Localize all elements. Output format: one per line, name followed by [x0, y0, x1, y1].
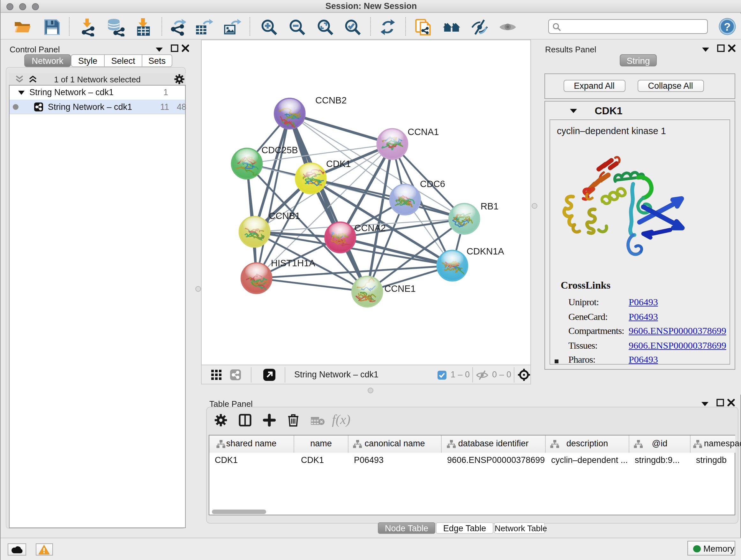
svg-text:CDKN1A: CDKN1A [467, 246, 504, 256]
svg-text:CCNE1: CCNE1 [384, 284, 415, 294]
svg-text:CCNA1: CCNA1 [408, 127, 439, 137]
svg-text:HIST1H1A: HIST1H1A [271, 258, 315, 268]
svg-text:CCNB1: CCNB1 [269, 211, 300, 221]
svg-text:CCNA2: CCNA2 [354, 223, 386, 233]
svg-text:RB1: RB1 [481, 201, 498, 211]
svg-text:CCNB2: CCNB2 [315, 95, 347, 105]
svg-text:CDC6: CDC6 [420, 179, 445, 189]
svg-text:?: ? [724, 20, 731, 33]
svg-text:CDK1: CDK1 [326, 159, 351, 169]
svg-text:CDC25B: CDC25B [261, 145, 298, 155]
